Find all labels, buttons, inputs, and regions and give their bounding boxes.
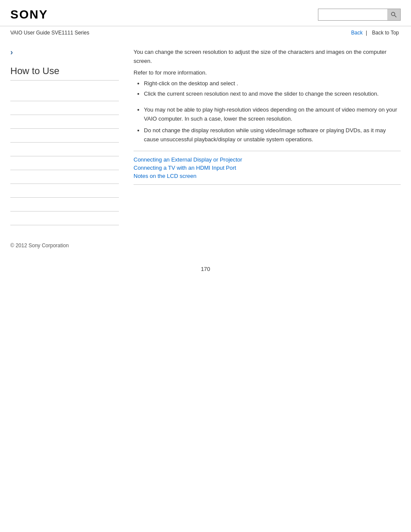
sub-header: VAIO User Guide SVE1111 Series Back | Ba… bbox=[0, 26, 411, 39]
search-input[interactable] bbox=[318, 9, 387, 20]
related-link-1[interactable]: Connecting an External Display or Projec… bbox=[134, 156, 401, 163]
guide-title: VAIO User Guide SVE1111 Series bbox=[10, 30, 89, 36]
related-links: Connecting an External Display or Projec… bbox=[134, 156, 401, 179]
content-area: You can change the screen resolution to … bbox=[129, 44, 411, 230]
divider-bottom bbox=[134, 184, 401, 185]
sidebar-item-4[interactable] bbox=[10, 129, 119, 143]
notes-section: You may not be able to play high-resolut… bbox=[134, 106, 401, 144]
intro-paragraph: You can change the screen resolution to … bbox=[134, 48, 401, 66]
related-link-2[interactable]: Connecting a TV with an HDMI Input Port bbox=[134, 165, 401, 171]
back-link[interactable]: Back bbox=[351, 30, 363, 36]
sony-logo: SONY bbox=[10, 8, 48, 22]
main-container: › How to Use You can change the screen r… bbox=[0, 39, 411, 234]
notes-list: You may not be able to play high-resolut… bbox=[144, 106, 401, 144]
sidebar-item-2[interactable] bbox=[10, 101, 119, 115]
page-number: 170 bbox=[0, 257, 411, 281]
copyright: © 2012 Sony Corporation bbox=[10, 243, 69, 249]
search-icon bbox=[391, 12, 397, 18]
sidebar-item-1[interactable] bbox=[10, 87, 119, 101]
related-link-3[interactable]: Notes on the LCD screen bbox=[134, 173, 401, 179]
separator: | bbox=[366, 30, 367, 36]
step-2: Click the current screen resolution next… bbox=[144, 90, 401, 99]
refer-row: Refer to for more information. bbox=[134, 69, 401, 76]
refer-suffix: for more information. bbox=[155, 69, 207, 76]
sidebar-item-8[interactable] bbox=[10, 184, 119, 198]
sidebar-item-3[interactable] bbox=[10, 115, 119, 129]
sidebar-item-9[interactable] bbox=[10, 198, 119, 212]
steps-list: Right-click on the desktop and select . … bbox=[144, 79, 401, 99]
svg-point-0 bbox=[392, 12, 395, 16]
sidebar-item-6[interactable] bbox=[10, 156, 119, 170]
sidebar-section-title: How to Use bbox=[10, 65, 119, 81]
back-to-top-link[interactable]: Back to Top bbox=[371, 30, 401, 36]
header: SONY bbox=[0, 0, 411, 26]
sidebar-item-10[interactable] bbox=[10, 212, 119, 225]
search-box bbox=[318, 9, 401, 21]
sidebar: › How to Use bbox=[0, 44, 129, 230]
sidebar-item-7[interactable] bbox=[10, 170, 119, 184]
nav-links: Back | Back to Top bbox=[351, 30, 401, 36]
divider-top bbox=[134, 151, 401, 151]
step-1: Right-click on the desktop and select . bbox=[144, 79, 401, 88]
refer-prefix: Refer to bbox=[134, 69, 153, 76]
note-2: Do not change the display resolution whi… bbox=[144, 126, 401, 144]
svg-line-1 bbox=[395, 16, 396, 17]
sidebar-item-5[interactable] bbox=[10, 143, 119, 156]
search-button[interactable] bbox=[387, 9, 400, 20]
chevron-icon: › bbox=[10, 48, 119, 57]
footer: © 2012 Sony Corporation bbox=[0, 234, 411, 257]
note-1: You may not be able to play high-resolut… bbox=[144, 106, 401, 124]
